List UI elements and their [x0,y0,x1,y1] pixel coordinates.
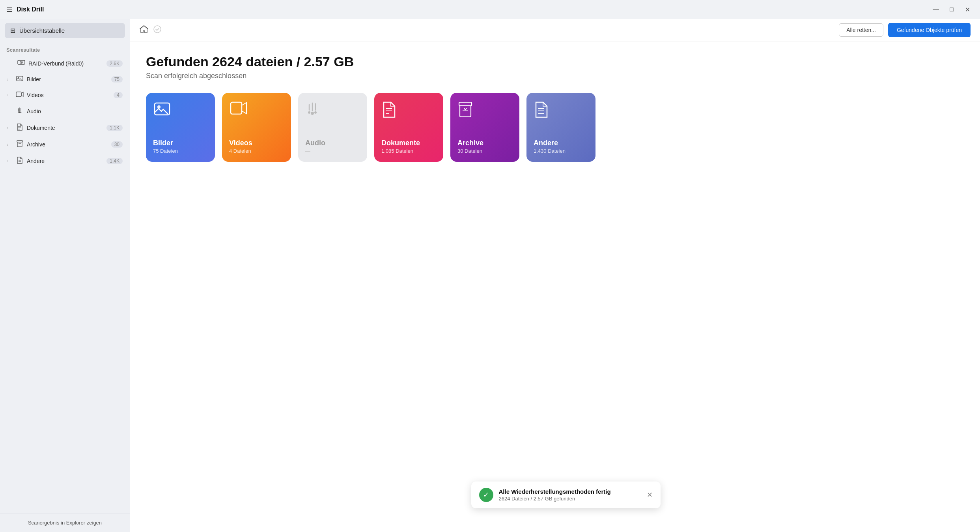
andere-icon [16,157,24,165]
app-body: ⊞ Übersichtstabelle Scanresultate RAID-V… [0,19,980,532]
svg-point-6 [19,112,21,113]
svg-point-18 [157,105,161,109]
close-button[interactable]: ✕ [961,3,974,16]
sidebar-dokumente-badge: 1.1K [106,125,123,131]
sidebar-bilder-badge: 75 [111,76,123,82]
svg-rect-12 [17,140,22,142]
card-archive-title: Archive [457,139,512,147]
card-dokumente-title: Dokumente [381,139,436,147]
gefundene-objekte-button[interactable]: Gefundene Objekte prüfen [888,23,971,37]
drive-icon [17,59,25,67]
toast-content: Alle Wiederherstellungsmethoden fertig 2… [499,488,641,502]
card-andere-icon [534,101,548,122]
sidebar-item-drive[interactable]: RAID-Verbund (Raid0) 2.6K [3,55,127,71]
alle-retten-button[interactable]: Alle retten... [839,23,883,37]
audio-icon [16,107,24,116]
expand-arrow-videos: › [7,93,13,97]
sidebar-item-andere[interactable]: › Andere 1.4K [3,153,127,169]
card-andere[interactable]: Andere 1.430 Dateien [526,93,595,162]
svg-rect-5 [16,92,21,97]
svg-point-21 [308,111,310,114]
show-in-explorer-button[interactable]: Scanergebnis in Explorer zeigen [6,520,123,526]
card-dokumente-subtitle: 1.085 Dateien [381,148,436,154]
sidebar: ⊞ Übersichtstabelle Scanresultate RAID-V… [0,19,130,532]
sidebar-videos-badge: 4 [114,92,123,98]
sidebar-drive-badge: 2.6K [106,60,123,67]
toast-subtitle: 2624 Dateien / 2.57 GB gefunden [499,496,641,502]
main-subheading: Scan erfolgreich abgeschlossen [146,72,964,80]
sidebar-nav: ⊞ Übersichtstabelle [0,19,130,42]
sidebar-item-dokumente[interactable]: › Dokumente 1.1K [3,120,127,136]
sidebar-nav-ubersichtstabelle[interactable]: ⊞ Übersichtstabelle [5,23,125,38]
sidebar-archive-badge: 30 [111,141,123,148]
card-audio-title: Audio [305,139,360,147]
card-videos-title: Videos [229,139,284,147]
toolbar: Alle retten... Gefundene Objekte prüfen [130,19,980,41]
main-content: Alle retten... Gefundene Objekte prüfen … [130,19,980,532]
card-audio-subtitle: — [305,148,360,154]
sidebar-footer: Scanergebnis in Explorer zeigen [0,513,130,532]
titlebar: ☰ Disk Drill — □ ✕ [0,0,980,19]
grid-icon: ⊞ [10,27,15,34]
dokumente-icon [16,124,24,132]
toast-close-button[interactable]: ✕ [647,491,653,498]
sidebar-item-videos[interactable]: › Videos 4 [3,87,127,103]
svg-rect-26 [459,102,472,106]
menu-icon[interactable]: ☰ [6,5,13,14]
minimize-button[interactable]: — [930,3,942,16]
card-bilder-title: Bilder [153,139,208,147]
expand-arrow-andere: › [7,159,13,163]
toast-title: Alle Wiederherstellungsmethoden fertig [499,488,641,495]
card-archive[interactable]: Archive 30 Dateien [450,93,519,162]
sidebar-item-bilder[interactable]: › Bilder 75 [3,71,127,87]
sidebar-archive-label: Archive [27,141,108,148]
card-bilder-subtitle: 75 Dateien [153,148,208,154]
svg-point-22 [314,111,317,114]
sidebar-andere-badge: 1.4K [106,158,123,164]
sidebar-list: RAID-Verbund (Raid0) 2.6K › Bilder 75 [0,55,130,513]
card-archive-icon [458,101,472,121]
check-icon [153,25,162,36]
card-andere-subtitle: 1.430 Dateien [534,148,588,154]
svg-rect-19 [231,102,242,114]
sidebar-bilder-label: Bilder [27,76,108,82]
card-dokumente-icon [382,101,396,122]
bilder-icon [16,75,24,83]
toast-check-icon: ✓ [479,488,493,502]
sidebar-videos-label: Videos [27,92,110,98]
card-archive-subtitle: 30 Dateien [457,148,512,154]
card-dokumente[interactable]: Dokumente 1.085 Dateien [374,93,443,162]
category-cards-row: Bilder 75 Dateien Videos 4 Dateien [146,93,964,162]
card-bilder[interactable]: Bilder 75 Dateien [146,93,215,162]
card-videos-subtitle: 4 Dateien [229,148,284,154]
sidebar-item-archive[interactable]: › Archive 30 [3,136,127,153]
archive-icon [16,140,24,149]
videos-icon [16,91,24,99]
svg-point-7 [18,112,19,113]
card-bilder-icon [154,101,170,120]
card-audio-icon [306,101,319,120]
card-videos[interactable]: Videos 4 Dateien [222,93,291,162]
svg-point-16 [154,26,161,33]
maximize-button[interactable]: □ [945,3,958,16]
svg-point-20 [311,112,314,115]
expand-arrow-bilder: › [7,77,13,82]
home-icon[interactable] [140,25,148,35]
sidebar-andere-label: Andere [27,158,103,164]
toast-notification: ✓ Alle Wiederherstellungsmethoden fertig… [471,481,661,508]
sidebar-nav-label: Übersichtstabelle [19,27,65,34]
sidebar-item-audio[interactable]: Audio [3,103,127,120]
svg-point-8 [21,112,22,113]
sidebar-audio-label: Audio [27,108,123,114]
card-andere-title: Andere [534,139,588,147]
card-audio: Audio — [298,93,367,162]
window-controls: — □ ✕ [930,3,974,16]
expand-arrow-archive: › [7,142,13,147]
main-scroll-area: Gefunden 2624 dateien / 2.57 GB Scan erf… [130,41,980,532]
sidebar-dokumente-label: Dokumente [27,125,103,131]
sidebar-section-label: Scanresultate [0,42,130,55]
app-title: Disk Drill [17,6,44,13]
sidebar-drive-label: RAID-Verbund (Raid0) [28,60,103,67]
svg-point-2 [21,62,22,63]
card-videos-icon [230,101,247,118]
